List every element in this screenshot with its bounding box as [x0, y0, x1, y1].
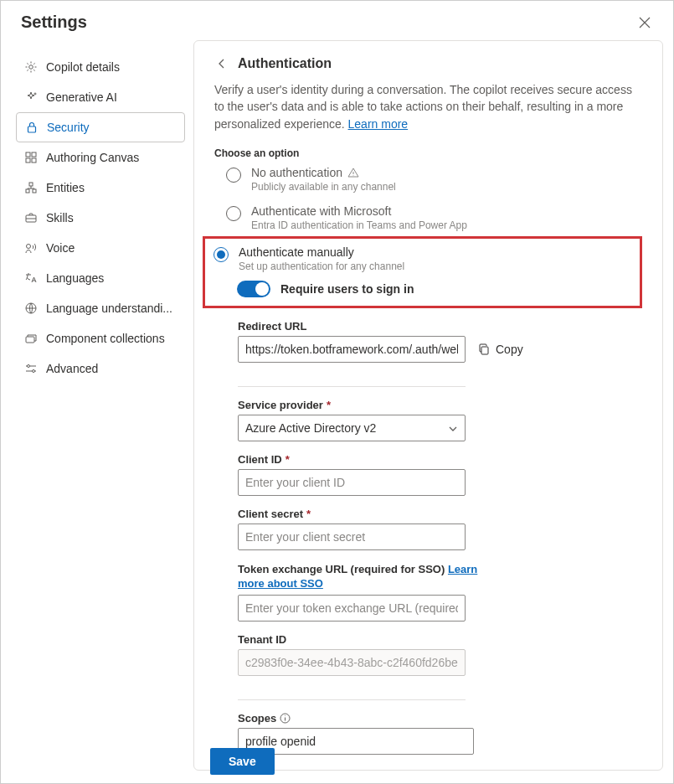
entities-icon [24, 181, 38, 194]
redirect-url-input[interactable] [238, 336, 466, 363]
required-asterisk: * [286, 453, 290, 466]
panel-title: Authentication [238, 56, 332, 71]
radio-icon [226, 168, 241, 183]
close-icon [639, 17, 651, 28]
sidebar-item-language-understanding[interactable]: Language understandi... [16, 293, 185, 323]
chevron-left-icon [217, 59, 227, 69]
svg-rect-6 [32, 158, 36, 162]
gear-icon [24, 60, 38, 74]
back-button[interactable] [214, 56, 229, 71]
sidebar-item-label: Component collections [46, 332, 165, 345]
radio-sublabel: Set up authentication for any channel [239, 260, 404, 272]
sidebar-item-label: Voice [46, 241, 75, 255]
warning-icon [347, 167, 359, 178]
collection-icon [24, 332, 38, 345]
service-provider-select[interactable]: Azure Active Directory v2 [238, 415, 466, 441]
sidebar-item-security[interactable]: Security [16, 112, 185, 142]
service-provider-label: Service provider [238, 399, 323, 411]
separator [238, 386, 466, 387]
sidebar-item-component-collections[interactable]: Component collections [16, 323, 185, 353]
client-id-input[interactable] [238, 469, 466, 496]
radio-authenticate-microsoft[interactable]: Authenticate with Microsoft Entra ID aut… [226, 204, 642, 231]
token-exchange-url-input[interactable] [238, 595, 466, 622]
client-secret-input[interactable] [238, 524, 466, 550]
client-secret-label: Client secret [238, 508, 303, 520]
svg-rect-9 [29, 183, 33, 186]
sidebar-item-label: Advanced [46, 362, 98, 375]
sidebar-item-languages[interactable]: Languages [16, 263, 185, 293]
globe-icon [24, 302, 38, 315]
radio-label: No authentication [251, 166, 342, 179]
sidebar-item-label: Skills [46, 211, 74, 224]
sliders-icon [24, 362, 38, 375]
required-asterisk: * [306, 508, 311, 520]
svg-rect-3 [26, 152, 30, 157]
token-exchange-url-label: Token exchange URL (required for SSO) Le… [238, 562, 489, 591]
separator [238, 699, 466, 700]
languages-icon [24, 271, 38, 285]
sparkle-icon [24, 90, 38, 104]
sidebar-item-label: Language understandi... [46, 302, 172, 315]
main-panel: Authentication Verify a user's identity … [193, 40, 663, 771]
radio-label: Authenticate with Microsoft [251, 204, 391, 218]
service-provider-value: Azure Active Directory v2 [245, 421, 376, 435]
radio-icon [226, 206, 241, 221]
save-button[interactable]: Save [210, 748, 275, 775]
panel-description: Verify a user's identity during a conver… [214, 81, 642, 132]
svg-rect-16 [481, 347, 488, 354]
sidebar-item-label: Security [47, 121, 90, 134]
copy-icon [477, 343, 491, 356]
scopes-label: Scopes [238, 712, 276, 725]
require-signin-toggle[interactable] [237, 281, 270, 297]
voice-icon [24, 241, 38, 255]
sidebar-item-label: Authoring Canvas [46, 151, 139, 164]
radio-icon-selected [214, 247, 229, 262]
svg-rect-2 [28, 126, 36, 132]
info-icon [280, 713, 291, 724]
settings-header: Settings [1, 1, 673, 40]
sidebar-item-voice[interactable]: Voice [16, 233, 185, 263]
briefcase-icon [24, 211, 38, 224]
radio-authenticate-manually[interactable]: Authenticate manually Set up authenticat… [214, 245, 481, 272]
svg-rect-4 [32, 152, 36, 157]
required-asterisk: * [327, 399, 331, 411]
highlighted-selection: Authenticate manually Set up authenticat… [203, 236, 642, 308]
radio-sublabel: Entra ID authentication in Teams and Pow… [251, 219, 467, 231]
sidebar-item-label: Entities [46, 181, 85, 194]
svg-point-1 [34, 93, 36, 95]
copy-label: Copy [496, 343, 523, 356]
sidebar-item-entities[interactable]: Entities [16, 173, 185, 203]
svg-point-11 [27, 245, 31, 249]
copy-button[interactable]: Copy [477, 343, 523, 356]
page-title: Settings [21, 13, 87, 32]
sidebar-item-skills[interactable]: Skills [16, 203, 185, 233]
learn-more-link[interactable]: Learn more [348, 117, 409, 131]
svg-rect-8 [33, 189, 36, 193]
client-id-label: Client ID [238, 453, 282, 466]
lock-icon [25, 121, 39, 134]
svg-point-0 [29, 65, 33, 70]
choose-option-label: Choose an option [214, 147, 642, 159]
sidebar-item-authoring-canvas[interactable]: Authoring Canvas [16, 142, 185, 173]
svg-rect-7 [26, 189, 29, 193]
svg-rect-5 [26, 158, 30, 162]
sidebar-item-generative-ai[interactable]: Generative AI [16, 82, 185, 112]
svg-point-14 [28, 365, 30, 368]
svg-point-15 [33, 370, 35, 373]
sidebar-item-advanced[interactable]: Advanced [16, 353, 185, 384]
settings-sidebar: Copilot details Generative AI Security A… [1, 40, 193, 781]
sidebar-item-label: Copilot details [46, 60, 120, 74]
radio-sublabel: Publicly available in any channel [251, 181, 396, 193]
chevron-down-icon [448, 423, 458, 433]
svg-rect-13 [26, 337, 34, 343]
radio-no-authentication[interactable]: No authentication Publicly available in … [226, 166, 642, 193]
radio-label: Authenticate manually [239, 245, 354, 259]
redirect-url-label: Redirect URL [238, 320, 642, 333]
sidebar-item-label: Languages [46, 271, 104, 285]
tenant-id-label: Tenant ID [238, 633, 642, 646]
sidebar-item-label: Generative AI [46, 90, 117, 104]
require-signin-label: Require users to sign in [280, 282, 414, 296]
close-button[interactable] [636, 14, 653, 31]
tenant-id-input [238, 649, 466, 676]
sidebar-item-copilot-details[interactable]: Copilot details [16, 52, 185, 82]
